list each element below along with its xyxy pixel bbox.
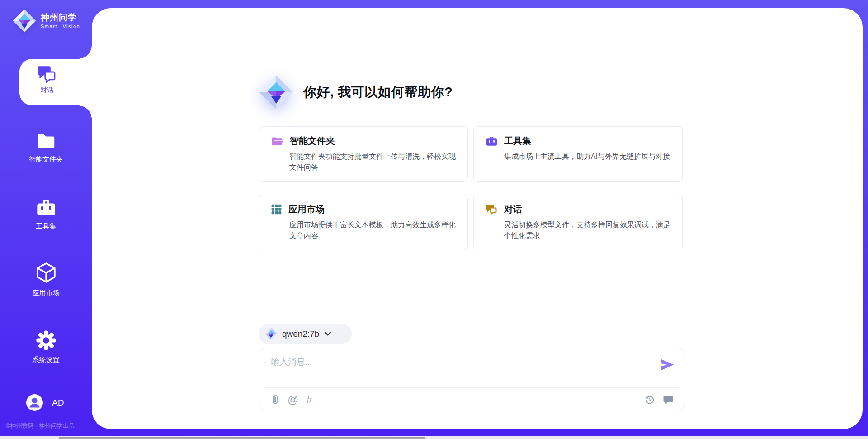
greeting-text: 你好, 我可以如何帮助你? (303, 83, 453, 101)
folder-icon (36, 132, 57, 150)
briefcase-icon (486, 135, 498, 147)
copyright-footer: ©神州数码 · 神州问学出品 (6, 422, 74, 430)
briefcase-icon (36, 198, 57, 217)
greeting: 你好, 我可以如何帮助你? (259, 75, 453, 110)
card-title: 对话 (504, 203, 522, 215)
card-description: 集成市场上主流工具，助力AI与外界无缝扩展与对接 (504, 151, 672, 162)
avatar (26, 394, 43, 411)
attachment-icon (270, 394, 280, 406)
card-description: 灵活切换多模型文件，支持多样回复效果调试，满足个性化需求 (504, 220, 672, 241)
model-name: qwen2:7b (282, 329, 319, 339)
app-root: { "brand": { "name": "神州问学", "subtitle":… (0, 0, 868, 439)
user-account[interactable]: AD (26, 394, 64, 411)
diamond-logo-icon (259, 75, 293, 110)
chat-bubbles-icon (486, 204, 498, 215)
cube-icon (35, 262, 57, 284)
gear-icon (36, 330, 57, 351)
card-app-market[interactable]: 应用市场 应用市场提供丰富长文本模板，助力高效生成多样化文章内容 (259, 195, 468, 250)
sidebar-item-tools[interactable]: 工具集 (0, 198, 92, 231)
brand-name: 神州问学 (41, 13, 80, 23)
feature-cards: 智能文件夹 智能文件夹功能支持批量文件上传与清洗，轻松实现文件问答 (259, 126, 683, 250)
horizontal-scrollbar[interactable] (0, 436, 868, 439)
card-title: 工具集 (504, 135, 531, 147)
sidebar-item-folders[interactable]: 智能文件夹 (0, 132, 92, 164)
send-icon (660, 358, 675, 372)
folder-open-icon (271, 136, 283, 147)
sidebar-item-settings[interactable]: 系统设置 (0, 330, 92, 364)
chat-bubbles-icon (37, 65, 57, 84)
sidebar-item-label: 对话 (40, 86, 54, 95)
chevron-down-icon (324, 331, 331, 336)
app-grid-icon (271, 204, 282, 215)
card-title: 应用市场 (288, 203, 325, 215)
send-button[interactable] (660, 358, 675, 372)
card-toolset[interactable]: 工具集 集成市场上主流工具，助力AI与外界无缝扩展与对接 (473, 126, 683, 182)
composer-divider (265, 387, 679, 388)
mention-icon[interactable]: @ (288, 394, 298, 405)
history-button[interactable] (644, 394, 655, 405)
message-composer: @ # (259, 348, 685, 410)
card-smart-folders[interactable]: 智能文件夹 智能文件夹功能支持批量文件上传与清洗，轻松实现文件问答 (259, 126, 468, 182)
sidebar-item-label: 系统设置 (0, 356, 92, 364)
hashtag-icon[interactable]: # (306, 394, 312, 405)
card-description: 智能文件夹功能支持批量文件上传与清洗，轻松实现文件问答 (289, 151, 458, 173)
composer-left-tools: @ # (270, 391, 312, 408)
sidebar-item-label: 工具集 (0, 222, 92, 231)
comment-icon (663, 395, 674, 405)
brand: 神州问学 Smart Vision (13, 9, 80, 33)
tab-fillet-bottom (78, 105, 92, 119)
model-selector[interactable]: qwen2:7b (259, 324, 352, 344)
brand-text: 神州问学 Smart Vision (41, 13, 80, 29)
attachment-button[interactable] (270, 394, 280, 406)
card-description: 应用市场提供丰富长文本模板，助力高效生成多样化文章内容 (289, 220, 458, 241)
history-icon (644, 394, 655, 405)
user-initials: AD (52, 398, 64, 408)
feedback-button[interactable] (663, 395, 674, 405)
sidebar-item-label: 智能文件夹 (0, 155, 92, 164)
scrollbar-thumb[interactable] (59, 437, 425, 439)
composer-right-tools (644, 391, 674, 408)
sidebar-item-chat[interactable]: 对话 (19, 59, 92, 105)
main-panel: 你好, 我可以如何帮助你? 智能文件夹 智能文件夹功能支持批量文件上传与清洗，轻… (92, 8, 863, 429)
card-chat[interactable]: 对话 灵活切换多模型文件，支持多样回复效果调试，满足个性化需求 (473, 195, 683, 250)
user-avatar-icon (26, 394, 43, 411)
sidebar-item-label: 应用市场 (0, 289, 92, 297)
diamond-logo-icon (265, 328, 277, 340)
message-input[interactable] (270, 355, 624, 384)
tab-fillet-top (78, 45, 92, 59)
diamond-logo-icon (13, 9, 36, 33)
brand-subtitle: Smart Vision (41, 24, 80, 29)
sidebar-item-apps[interactable]: 应用市场 (0, 262, 92, 297)
card-title: 智能文件夹 (290, 135, 335, 147)
